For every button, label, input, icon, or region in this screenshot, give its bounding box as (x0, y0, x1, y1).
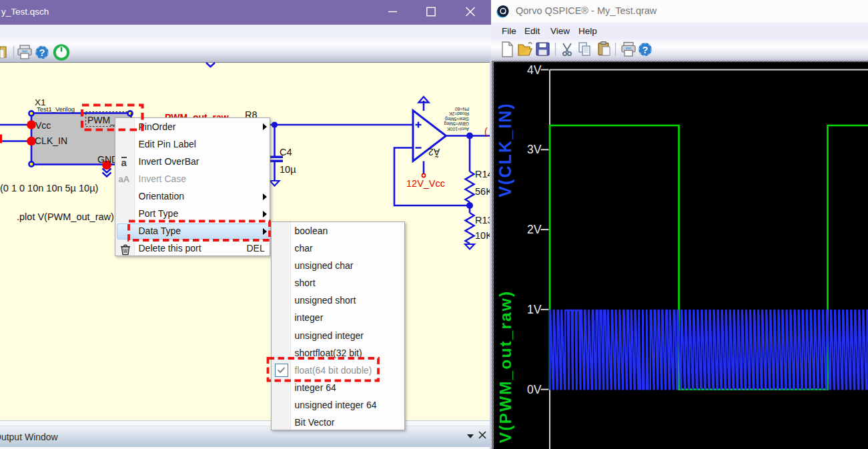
svg-text:3V: 3V (527, 143, 542, 156)
svg-text:0V: 0V (527, 383, 542, 396)
svg-text:V(CLK_IN): V(CLK_IN) (496, 102, 514, 197)
svg-text:2V: 2V (527, 223, 542, 236)
svg-text:4V: 4V (527, 63, 542, 77)
svg-text:V(PWM_out_raw): V(PWM_out_raw) (496, 290, 514, 444)
svg-text:1V: 1V (527, 303, 542, 316)
svg-text:?: ? (642, 45, 648, 55)
